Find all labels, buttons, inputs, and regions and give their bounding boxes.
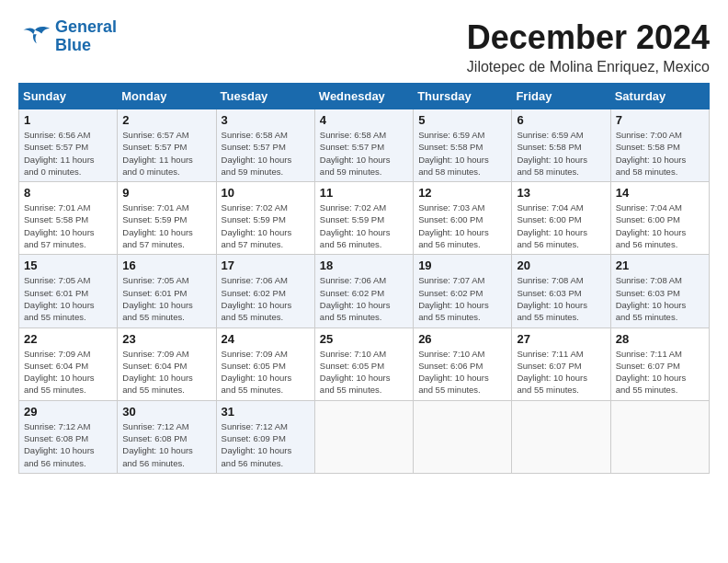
day-number: 25 [320,332,408,346]
day-info: Sunrise: 6:59 AM Sunset: 5:58 PM Dayligh… [517,129,605,178]
calendar-cell: 3Sunrise: 6:58 AM Sunset: 5:57 PM Daylig… [216,109,314,182]
day-info: Sunrise: 7:09 AM Sunset: 6:04 PM Dayligh… [24,348,112,396]
calendar-cell: 21Sunrise: 7:08 AM Sunset: 6:03 PM Dayli… [610,255,709,327]
day-info: Sunrise: 7:01 AM Sunset: 5:59 PM Dayligh… [122,201,210,250]
calendar-cell: 27Sunrise: 7:11 AM Sunset: 6:07 PM Dayli… [512,327,610,400]
day-info: Sunrise: 7:12 AM Sunset: 6:08 PM Dayligh… [24,420,112,469]
day-info: Sunrise: 7:10 AM Sunset: 6:05 PM Dayligh… [320,348,408,396]
logo-text: General Blue [55,18,117,55]
day-info: Sunrise: 7:10 AM Sunset: 6:06 PM Dayligh… [418,348,506,396]
day-number: 3 [222,113,310,127]
calendar-cell: 6Sunrise: 6:59 AM Sunset: 5:58 PM Daylig… [512,109,610,182]
calendar-cell: 12Sunrise: 7:03 AM Sunset: 6:00 PM Dayli… [414,182,512,255]
day-info: Sunrise: 7:02 AM Sunset: 5:59 PM Dayligh… [320,201,408,250]
day-info: Sunrise: 7:08 AM Sunset: 6:03 PM Dayligh… [517,274,605,323]
calendar-cell: 1Sunrise: 6:56 AM Sunset: 5:57 PM Daylig… [19,109,118,182]
calendar-cell: 20Sunrise: 7:08 AM Sunset: 6:03 PM Dayli… [512,255,610,327]
calendar-week-2: 8Sunrise: 7:01 AM Sunset: 5:58 PM Daylig… [19,182,710,255]
calendar-cell: 5Sunrise: 6:59 AM Sunset: 5:58 PM Daylig… [414,109,512,182]
calendar-cell: 2Sunrise: 6:57 AM Sunset: 5:57 PM Daylig… [118,109,216,182]
day-number: 15 [24,259,112,272]
day-info: Sunrise: 7:11 AM Sunset: 6:07 PM Dayligh… [517,348,605,396]
day-number: 27 [517,332,605,346]
calendar-cell: 31Sunrise: 7:12 AM Sunset: 6:09 PM Dayli… [216,400,314,473]
day-info: Sunrise: 7:09 AM Sunset: 6:05 PM Dayligh… [222,348,310,396]
day-number: 26 [418,332,506,346]
day-number: 30 [122,405,210,419]
col-header-tuesday: Tuesday [216,84,314,109]
calendar-week-1: 1Sunrise: 6:56 AM Sunset: 5:57 PM Daylig… [19,109,710,182]
day-info: Sunrise: 7:06 AM Sunset: 6:02 PM Dayligh… [222,274,310,323]
day-number: 22 [24,332,112,346]
day-number: 12 [418,186,506,200]
day-number: 13 [517,186,605,200]
calendar-cell: 29Sunrise: 7:12 AM Sunset: 6:08 PM Dayli… [19,400,118,473]
day-info: Sunrise: 6:58 AM Sunset: 5:57 PM Dayligh… [222,129,310,178]
logo-bird-icon [18,23,51,51]
day-info: Sunrise: 7:12 AM Sunset: 6:09 PM Dayligh… [222,420,310,469]
calendar-cell: 30Sunrise: 7:12 AM Sunset: 6:08 PM Dayli… [118,400,216,473]
day-info: Sunrise: 7:04 AM Sunset: 6:00 PM Dayligh… [616,201,704,250]
calendar-cell: 18Sunrise: 7:06 AM Sunset: 6:02 PM Dayli… [314,255,413,327]
day-info: Sunrise: 7:02 AM Sunset: 5:59 PM Dayligh… [222,201,310,250]
calendar-cell: 25Sunrise: 7:10 AM Sunset: 6:05 PM Dayli… [314,327,413,400]
calendar-cell: 23Sunrise: 7:09 AM Sunset: 6:04 PM Dayli… [118,327,216,400]
day-info: Sunrise: 7:11 AM Sunset: 6:07 PM Dayligh… [616,348,704,396]
day-info: Sunrise: 7:08 AM Sunset: 6:03 PM Dayligh… [616,274,704,323]
day-number: 17 [222,259,310,272]
calendar-cell: 16Sunrise: 7:05 AM Sunset: 6:01 PM Dayli… [118,255,216,327]
col-header-wednesday: Wednesday [314,84,413,109]
day-info: Sunrise: 7:04 AM Sunset: 6:00 PM Dayligh… [517,201,605,250]
location-subtitle: Jilotepec de Molina Enriquez, Mexico [467,59,710,75]
calendar-cell [414,400,512,473]
calendar-cell: 19Sunrise: 7:07 AM Sunset: 6:02 PM Dayli… [414,255,512,327]
day-info: Sunrise: 7:05 AM Sunset: 6:01 PM Dayligh… [24,274,112,323]
day-number: 14 [616,186,704,200]
calendar-cell [610,400,709,473]
day-number: 20 [517,259,605,272]
day-number: 1 [24,113,112,127]
calendar-week-3: 15Sunrise: 7:05 AM Sunset: 6:01 PM Dayli… [19,255,710,327]
day-number: 29 [24,405,112,419]
col-header-friday: Friday [512,84,610,109]
col-header-thursday: Thursday [414,84,512,109]
calendar-cell: 9Sunrise: 7:01 AM Sunset: 5:59 PM Daylig… [118,182,216,255]
day-number: 31 [222,405,310,419]
page-header: General Blue December 2024 Jilotepec de … [18,18,710,75]
day-number: 10 [222,186,310,200]
day-number: 2 [122,113,210,127]
day-number: 23 [122,332,210,346]
day-number: 19 [418,259,506,272]
day-info: Sunrise: 6:59 AM Sunset: 5:58 PM Dayligh… [418,129,506,178]
calendar-cell: 28Sunrise: 7:11 AM Sunset: 6:07 PM Dayli… [610,327,709,400]
day-info: Sunrise: 7:03 AM Sunset: 6:00 PM Dayligh… [418,201,506,250]
day-number: 28 [616,332,704,346]
calendar-week-5: 29Sunrise: 7:12 AM Sunset: 6:08 PM Dayli… [19,400,710,473]
day-info: Sunrise: 7:01 AM Sunset: 5:58 PM Dayligh… [24,201,112,250]
calendar-cell: 24Sunrise: 7:09 AM Sunset: 6:05 PM Dayli… [216,327,314,400]
col-header-monday: Monday [118,84,216,109]
day-number: 7 [616,113,704,127]
calendar-week-4: 22Sunrise: 7:09 AM Sunset: 6:04 PM Dayli… [19,327,710,400]
day-info: Sunrise: 6:56 AM Sunset: 5:57 PM Dayligh… [24,129,112,178]
day-number: 21 [616,259,704,272]
logo-line1: General [55,17,117,36]
day-info: Sunrise: 7:00 AM Sunset: 5:58 PM Dayligh… [616,129,704,178]
calendar-cell: 10Sunrise: 7:02 AM Sunset: 5:59 PM Dayli… [216,182,314,255]
calendar-cell [314,400,413,473]
day-info: Sunrise: 7:09 AM Sunset: 6:04 PM Dayligh… [122,348,210,396]
calendar-cell: 22Sunrise: 7:09 AM Sunset: 6:04 PM Dayli… [19,327,118,400]
calendar-cell: 8Sunrise: 7:01 AM Sunset: 5:58 PM Daylig… [19,182,118,255]
calendar-header-row: SundayMondayTuesdayWednesdayThursdayFrid… [19,84,710,109]
calendar-cell: 14Sunrise: 7:04 AM Sunset: 6:00 PM Dayli… [610,182,709,255]
day-number: 8 [24,186,112,200]
calendar-table: SundayMondayTuesdayWednesdayThursdayFrid… [18,83,710,474]
day-info: Sunrise: 7:06 AM Sunset: 6:02 PM Dayligh… [320,274,408,323]
calendar-cell: 17Sunrise: 7:06 AM Sunset: 6:02 PM Dayli… [216,255,314,327]
calendar-cell [512,400,610,473]
title-block: December 2024 Jilotepec de Molina Enriqu… [467,18,710,75]
day-number: 5 [418,113,506,127]
calendar-cell: 11Sunrise: 7:02 AM Sunset: 5:59 PM Dayli… [314,182,413,255]
day-number: 24 [222,332,310,346]
day-info: Sunrise: 6:57 AM Sunset: 5:57 PM Dayligh… [122,129,210,178]
